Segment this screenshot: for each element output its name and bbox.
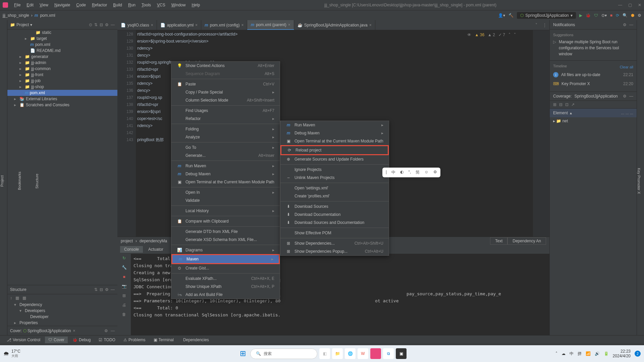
structure-item[interactable]: ▸Properties xyxy=(7,320,117,326)
menu-item-debug-maven[interactable]: mDebug Maven▸ xyxy=(280,129,389,137)
tool-icon[interactable]: 🔧 xyxy=(122,265,127,270)
editor-tab[interactable]: mpom.xml (config)× xyxy=(201,20,247,30)
menu-item-download-sources-and-documentation[interactable]: ⬇Download Sources and Documentation xyxy=(280,219,389,227)
sort-icon[interactable]: ↕ xyxy=(10,296,12,300)
structure-item[interactable]: Developer xyxy=(7,314,117,320)
clear-all-link[interactable]: Clear all xyxy=(620,65,633,69)
menu-run[interactable]: Run xyxy=(125,1,138,9)
hammer-icon[interactable]: 🔨 xyxy=(508,13,514,18)
terminal-icon[interactable]: ▣ xyxy=(396,348,407,359)
timeline-item[interactable]: i All files are up-to-date 22:21 xyxy=(553,70,633,79)
bottom-tool-dependencies[interactable]: Dependencies xyxy=(178,337,212,343)
dep-analyzer-tab[interactable]: Dependency An xyxy=(507,237,546,245)
close-tab-icon[interactable]: × xyxy=(288,22,290,27)
menu-item-create-profiles-xml-[interactable]: Create 'profiles.xml' xyxy=(280,192,389,200)
editor-tab[interactable]: ☕SpringBootJjjAdminApplication.java× xyxy=(294,20,375,30)
tree-item[interactable]: ▸📁jjj-job xyxy=(7,78,117,84)
structure-item[interactable]: ▾Developers xyxy=(7,308,117,314)
editor-tab[interactable]: 📄ysqlIO.class× xyxy=(117,20,157,30)
menu-item-open-settings-xml-[interactable]: Open 'settings.xml' xyxy=(280,184,389,192)
tree-item[interactable]: ▸📋Scratches and Consoles xyxy=(7,102,117,108)
menu-item-evaluate-xpath-[interactable]: Evaluate XPath...Ctrl+Alt+X, E xyxy=(171,275,280,283)
menu-window[interactable]: Window xyxy=(169,1,189,9)
filter2-icon[interactable]: ▦ xyxy=(22,296,26,300)
user-icon[interactable]: 👤▾ xyxy=(498,13,505,18)
gear-icon[interactable]: ⚙ xyxy=(104,328,108,333)
tree-item[interactable]: ▸📁jjj-front xyxy=(7,72,117,78)
bottom-tool-terminal[interactable]: ▣Terminal xyxy=(150,337,177,343)
bottom-tool-cover[interactable]: 🛡Cover xyxy=(45,337,68,343)
tree-item[interactable]: 📁static xyxy=(7,29,117,36)
edge-icon[interactable]: 🌐 xyxy=(345,348,356,359)
trash-icon[interactable]: 🗑 xyxy=(122,312,126,317)
editor-tab[interactable]: mpom.xml (parent)× xyxy=(247,20,294,30)
gear-icon[interactable]: ⚙ xyxy=(623,22,627,27)
menu-item-diagrams[interactable]: 📊Diagrams▸ xyxy=(171,246,280,254)
menu-item-download-documentation[interactable]: ⬇Download Documentation xyxy=(280,210,389,219)
menu-item-run-maven[interactable]: mRun Maven▸ xyxy=(280,121,389,129)
menu-refactor[interactable]: Refactor xyxy=(89,1,110,9)
close-tab-icon[interactable]: × xyxy=(241,23,244,27)
ime-button[interactable]: | xyxy=(386,170,387,175)
menu-item-column-selection-mode[interactable]: Column Selection ModeAlt+Shift+Insert xyxy=(171,96,280,104)
menu-item-validate[interactable]: Validate xyxy=(171,196,280,204)
expand-icon[interactable]: ⇅ xyxy=(94,287,98,292)
close-tab-icon[interactable]: × xyxy=(151,23,153,27)
minimize-icon[interactable]: — xyxy=(618,3,622,7)
breadcrumb-file[interactable]: pom.xml xyxy=(40,13,55,18)
taskview-icon[interactable]: ◧ xyxy=(319,348,330,359)
ime-button[interactable]: 中 xyxy=(391,170,395,175)
menu-edit[interactable]: Edit xyxy=(24,1,36,9)
explorer-icon[interactable]: 📁 xyxy=(332,348,343,359)
close-icon[interactable]: ✕ xyxy=(638,3,641,7)
menu-item-local-history[interactable]: Local History▸ xyxy=(171,207,280,215)
bottom-tool-todo[interactable]: ☑TODO xyxy=(95,337,118,343)
hide-icon[interactable]: — xyxy=(111,22,115,27)
tree-item[interactable]: mpom.xml xyxy=(7,42,117,48)
editor-tab[interactable]: 📄application.yml× xyxy=(157,20,201,30)
update-icon[interactable]: ⟳ xyxy=(616,13,619,18)
gear-icon[interactable]: ⚙ xyxy=(623,94,627,99)
ide-icon[interactable]: ⬢ xyxy=(631,13,634,18)
hide-icon[interactable]: — xyxy=(111,287,115,292)
ime-button[interactable]: ☺ xyxy=(424,170,428,175)
menu-code[interactable]: Code xyxy=(73,1,89,9)
tree-item[interactable]: ▸📁jjj-admin xyxy=(7,60,117,66)
run-config-selector[interactable]: ⬡ SpringBootJjjApplication ▾ xyxy=(517,12,576,19)
battery-icon[interactable]: 🔋 xyxy=(604,351,609,356)
menu-item-copy-paste-special[interactable]: Copy / Paste Special▸ xyxy=(171,88,280,96)
start-icon[interactable]: ⊞ xyxy=(237,348,248,359)
close-tab-icon[interactable]: × xyxy=(195,23,198,27)
menu-item-paste[interactable]: 📋PasteCtrl+V xyxy=(171,80,280,88)
menu-item-generate-xsd-schema-from-xml-file-[interactable]: Generate XSD Schema from XML File... xyxy=(171,236,280,244)
search-icon[interactable]: 🔍 xyxy=(623,13,628,18)
menu-item-show-context-actions[interactable]: 💡Show Context ActionsAlt+Enter xyxy=(171,62,280,70)
menu-build[interactable]: Build xyxy=(110,1,125,9)
menu-item-generate-sources-and-update-folders[interactable]: ⊕Generate Sources and Update Folders xyxy=(280,155,389,163)
hide-icon[interactable]: — xyxy=(629,22,633,27)
chevron-down-icon[interactable]: ▾ xyxy=(30,22,32,27)
inspection-widget[interactable]: 👁 ▲ 36 ▲ 2 ✓ 7 ˄ ˅ xyxy=(467,32,516,39)
taskbar-search[interactable]: 🔍 搜索 xyxy=(250,349,317,359)
menu-item-generate-[interactable]: Generate...Alt+Inser xyxy=(171,152,280,160)
coverage-icon[interactable]: 🛡 xyxy=(594,13,598,18)
run-icon[interactable]: ▶ xyxy=(579,13,582,18)
menu-item-maven[interactable]: mMaven▸ xyxy=(171,254,280,264)
menu-item-unlink-maven-projects[interactable]: –Unlink Maven Projects xyxy=(280,174,389,182)
close-tab-icon[interactable]: × xyxy=(369,23,372,27)
menu-item-add-as-ant-build-file[interactable]: 🐜Add as Ant Build File xyxy=(171,291,280,299)
hide-icon[interactable]: — xyxy=(629,94,633,99)
volume-icon[interactable]: 🔊 xyxy=(595,351,600,356)
breadcrumb-project[interactable]: jjj_shop_single xyxy=(3,13,29,18)
menu-help[interactable]: Help xyxy=(189,1,203,9)
menu-item-show-effective-pom[interactable]: Show Effective POM xyxy=(280,229,389,237)
print-icon[interactable]: 🖨 xyxy=(122,303,126,307)
actuator-tab[interactable]: Actuator xyxy=(144,246,167,253)
gear-icon[interactable]: ⚙ xyxy=(105,22,109,27)
text-tab[interactable]: Text xyxy=(490,237,507,245)
down-icon[interactable]: ˅ xyxy=(514,32,516,39)
stop-icon[interactable]: ■ xyxy=(610,13,612,18)
timeline-item[interactable]: ⌨ Key Promoter X 22:20 xyxy=(553,79,633,88)
structure-tool-button[interactable]: Structure xyxy=(35,174,39,189)
stop-icon[interactable]: ■ xyxy=(123,275,125,279)
